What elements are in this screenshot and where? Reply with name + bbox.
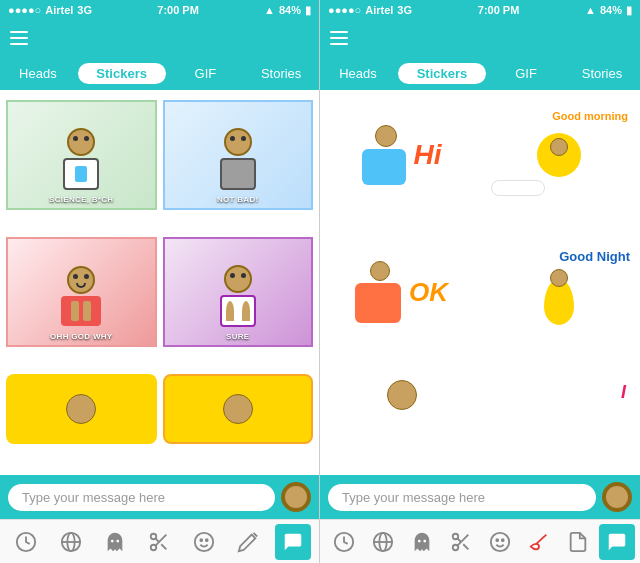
tab-bar-right: Heads Stickers GIF Stories (320, 56, 640, 90)
sticker-hi[interactable]: Hi (326, 100, 477, 210)
message-placeholder-left: Type your message here (22, 490, 165, 505)
scissors-icon[interactable] (141, 524, 177, 560)
svg-point-12 (200, 539, 202, 541)
face-icon[interactable] (186, 524, 222, 560)
sticker-notbad-drawing (172, 107, 304, 202)
ok-figure (355, 261, 405, 323)
sticker-science[interactable]: SCIENCE, B*CH (6, 100, 157, 210)
hamburger-button-left[interactable] (10, 31, 28, 45)
sticker-sure-label: SURE (165, 332, 312, 341)
chat-icon-right[interactable] (599, 524, 635, 560)
face-partial-right (387, 380, 417, 410)
right-panel: ●●●●○ Airtel 3G 7:00 PM ▲ 84% ▮ Heads St… (320, 0, 640, 563)
battery-icon-left: ▮ (305, 4, 311, 17)
ghost-icon-right[interactable] (404, 524, 440, 560)
globe-icon[interactable] (53, 524, 89, 560)
clock-icon-right[interactable] (326, 524, 362, 560)
sticker-partial2-inner (165, 376, 312, 442)
sticker-i-letter[interactable]: I (483, 374, 634, 444)
tab-stickers-left[interactable]: Stickers (78, 63, 166, 84)
sticker-goodnight-content: Good Night (483, 237, 634, 347)
svg-point-21 (452, 533, 458, 539)
face-partial2 (223, 394, 253, 424)
svg-line-10 (156, 538, 160, 542)
sticker-goodmorning-content: Good morning (483, 100, 634, 210)
globe-icon-right[interactable] (365, 524, 401, 560)
clock-icon[interactable] (8, 524, 44, 560)
icon-bar-left (0, 519, 319, 563)
avatar-left[interactable] (281, 482, 311, 512)
svg-point-26 (490, 532, 508, 550)
svg-point-4 (111, 539, 114, 542)
avatar-right[interactable] (602, 482, 632, 512)
i-letter-text: I (621, 382, 626, 403)
svg-line-25 (457, 538, 461, 542)
face-icon-right[interactable] (482, 524, 518, 560)
message-input-left[interactable]: Type your message here (8, 484, 275, 511)
scissors-icon-right[interactable] (443, 524, 479, 560)
network-left: 3G (77, 4, 92, 16)
tab-gif-left[interactable]: GIF (168, 60, 244, 87)
message-bar-right: Type your message here (320, 475, 640, 519)
hi-figure (362, 125, 410, 185)
avatar-face-right (606, 486, 628, 508)
sticker-notbad[interactable]: NOT BAD! (163, 100, 314, 210)
svg-point-22 (452, 544, 458, 550)
sticker-hi-content: Hi (326, 100, 477, 210)
tab-stories-left[interactable]: Stories (243, 60, 319, 87)
tab-heads-right[interactable]: Heads (320, 60, 396, 87)
sticker-goodnight[interactable]: Good Night (483, 237, 634, 347)
sticker-ohhgod-label: OHH GOD WHY (8, 332, 155, 341)
battery-left: 84% (279, 4, 301, 16)
brush-icon-right[interactable] (521, 524, 557, 560)
moon-shape (544, 279, 574, 325)
sticker-science-label: SCIENCE, B*CH (8, 195, 155, 204)
sticker-ok[interactable]: OK (326, 237, 477, 347)
sticker-sure[interactable]: SURE (163, 237, 314, 347)
svg-point-5 (116, 539, 119, 542)
sticker-goodmorning[interactable]: Good morning (483, 100, 634, 210)
sticker-science-drawing (15, 107, 147, 202)
chat-icon-left[interactable] (275, 524, 311, 560)
carrier-left: Airtel (45, 4, 73, 16)
sticker-partial1[interactable] (6, 374, 157, 444)
sticker-ohhgod[interactable]: OHH GOD WHY (6, 237, 157, 347)
battery-right: 84% (600, 4, 622, 16)
cloud-shape (491, 180, 545, 196)
tab-stories-right[interactable]: Stories (564, 60, 640, 87)
app-header-right (320, 20, 640, 56)
sticker-sure-drawing (172, 244, 304, 339)
sticker-partial-right[interactable] (326, 374, 477, 444)
good-night-text: Good Night (559, 249, 630, 264)
signal-dots: ●●●●○ (8, 4, 41, 16)
tab-stickers-right[interactable]: Stickers (398, 63, 486, 84)
status-right-right: ▲ 84% ▮ (585, 4, 632, 17)
pencil-icon[interactable] (230, 524, 266, 560)
avatar-face-left (285, 486, 307, 508)
status-left: ●●●●○ Airtel 3G (8, 4, 92, 16)
message-input-right[interactable]: Type your message here (328, 484, 596, 511)
status-bar-right: ●●●●○ Airtel 3G 7:00 PM ▲ 84% ▮ (320, 0, 640, 20)
paper-icon-right[interactable] (560, 524, 596, 560)
svg-point-7 (151, 544, 157, 550)
sticker-ohhgod-drawing (15, 244, 147, 339)
sticker-grid-left: SCIENCE, B*CH NOT BAD! (0, 90, 319, 475)
tab-gif-right[interactable]: GIF (488, 60, 564, 87)
app-header-left (0, 20, 319, 56)
signal-dots-right: ●●●●○ (328, 4, 361, 16)
time-right: 7:00 PM (478, 4, 520, 16)
svg-point-27 (496, 539, 498, 541)
left-panel: ●●●●○ Airtel 3G 7:00 PM ▲ 84% ▮ Heads St… (0, 0, 320, 563)
status-bar-left: ●●●●○ Airtel 3G 7:00 PM ▲ 84% ▮ (0, 0, 319, 20)
hamburger-button-right[interactable] (330, 31, 348, 45)
carrier-right: Airtel (365, 4, 393, 16)
good-morning-text: Good morning (552, 110, 628, 122)
sticker-partial2[interactable] (163, 374, 314, 444)
sticker-ok-content: OK (326, 237, 477, 347)
tab-heads-left[interactable]: Heads (0, 60, 76, 87)
location-icon-left: ▲ (264, 4, 275, 16)
ghost-icon[interactable] (97, 524, 133, 560)
location-icon-right: ▲ (585, 4, 596, 16)
sun-shape (537, 133, 581, 177)
network-right: 3G (397, 4, 412, 16)
